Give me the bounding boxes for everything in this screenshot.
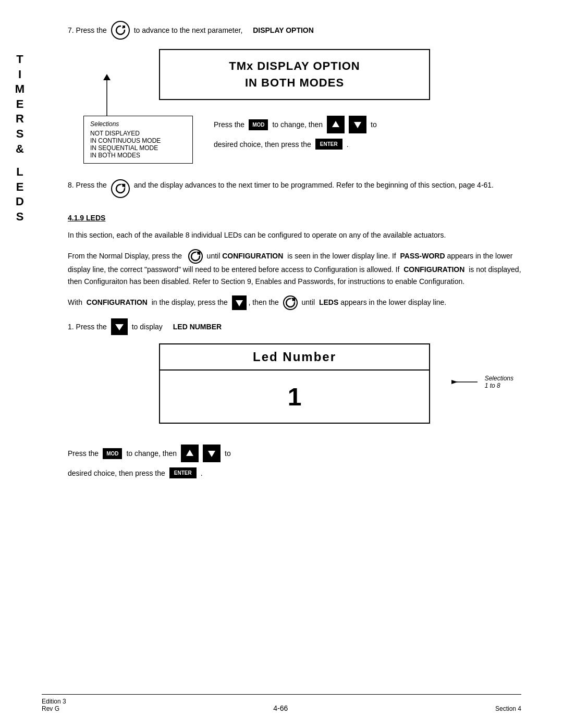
sidebar: T I M E R S & L E D S: [9, 52, 30, 225]
tmx-sel-item-1: NOT DISPLAYED: [90, 130, 186, 137]
step1-down-btn[interactable]: [111, 318, 128, 335]
para2-icon: [188, 249, 203, 264]
step7-row: 7. Press the to advance to the next para…: [68, 21, 521, 40]
step7-bold: DISPLAY OPTION: [253, 26, 314, 34]
tmx-sel-item-3: IN SEQUENTIAL MODE: [90, 144, 186, 152]
tmx-enter-button[interactable]: ENTER: [315, 139, 342, 150]
svg-marker-12: [208, 451, 215, 457]
svg-marker-10: [451, 380, 458, 384]
tmx-change-label: to change, then: [272, 120, 323, 129]
step8-row: 8. Press the and the display advances to…: [68, 179, 521, 198]
step1-suffix: to display: [132, 323, 163, 331]
tmx-sel-item-4: IN BOTH MODES: [90, 152, 186, 159]
svg-marker-8: [115, 324, 124, 330]
led-display-wrapper: Led Number 1 Selections 1 to 8: [159, 343, 430, 434]
step8-text: and the display advances to the next tim…: [134, 179, 494, 191]
tmx-down-button[interactable]: [349, 116, 366, 133]
tmx-selections-box: Selections NOT DISPLAYED IN CONTINUOUS M…: [83, 116, 193, 164]
tmx-controls-right: Press the MOD to change, then to desired…: [214, 116, 521, 150]
section-419-para3: With CONFIGURATION in the display, press…: [68, 295, 521, 310]
tmx-desired-label: desired choice, then press the: [214, 140, 311, 149]
step7-circular-icon: [111, 21, 130, 40]
led-sel-annotation: Selections 1 to 8: [485, 375, 513, 389]
step7-prefix: 7. Press the: [68, 26, 107, 34]
led-sel-range: 1 to 8: [485, 382, 513, 389]
tmx-to-label: to: [371, 120, 377, 129]
sidebar-letter-i: I: [18, 67, 21, 82]
step7-suffix: to advance to the next parameter,: [134, 26, 243, 34]
para3-icon: [283, 295, 298, 310]
led-change-label: to change, then: [126, 449, 177, 458]
step1-bold: LED NUMBER: [173, 323, 222, 331]
step1-prefix: 1. Press the: [68, 323, 107, 331]
tmx-sel-item-2: IN CONTINUOUS MODE: [90, 137, 186, 144]
footer: Edition 3 Rev G 4-66 Section 4: [42, 694, 521, 712]
para2-bold1: CONFIGURATION: [222, 252, 283, 260]
tmx-selections-label: Selections: [90, 120, 186, 128]
para2-mid: is seen in the lower display line. If: [287, 252, 396, 260]
footer-left: Edition 3 Rev G: [42, 698, 66, 712]
led-arrow-sel: Selections 1 to 8: [451, 375, 513, 389]
led-to-label: to: [225, 449, 231, 458]
tmx-mod-button[interactable]: MOD: [249, 119, 268, 130]
step1-row: 1. Press the to display LED NUMBER: [68, 318, 521, 335]
led-enter-button[interactable]: ENTER: [169, 467, 197, 478]
tmx-display-box: TMx DISPLAY OPTION IN BOTH MODES: [159, 49, 430, 100]
para3-bold2: LEDS: [319, 298, 338, 306]
section-419-para1: In this section, each of the available 8…: [68, 229, 521, 241]
sidebar-letter-l2: L: [16, 165, 23, 180]
svg-marker-11: [186, 450, 193, 456]
sidebar-letter-amp: &: [16, 142, 24, 157]
sidebar-letter-e: E: [16, 97, 24, 112]
svg-marker-3: [354, 122, 361, 128]
para3-end-c: appears in the lower display line.: [340, 298, 446, 306]
sidebar-letter-m: M: [15, 82, 25, 97]
tmx-up-button[interactable]: [327, 116, 345, 133]
led-display-title: Led Number: [160, 344, 429, 371]
step8-circular-icon: [111, 179, 130, 198]
svg-marker-1: [103, 74, 111, 80]
sidebar-letter-s2: S: [16, 209, 24, 225]
para3-end-a: , then the: [248, 298, 280, 306]
main-content: 7. Press the to advance to the next para…: [68, 21, 521, 478]
section-419-heading: 4.1.9 LEDS: [68, 214, 521, 222]
tmx-selections-left: Selections NOT DISPLAYED IN CONTINUOUS M…: [68, 116, 193, 164]
sidebar-letter-d2: D: [16, 194, 24, 209]
sidebar-letter-r: R: [16, 112, 24, 127]
section-419: 4.1.9 LEDS In this section, each of the …: [68, 214, 521, 478]
led-period: .: [201, 469, 203, 477]
footer-section: Section 4: [495, 705, 521, 712]
para3-down-btn[interactable]: [232, 295, 247, 310]
tmx-controls-row1: Press the MOD to change, then to: [214, 116, 521, 133]
para2-start: From the Normal Display, press the: [68, 252, 182, 260]
led-controls-area: Press the MOD to change, then to desired…: [68, 445, 521, 478]
footer-edition: Edition 3: [42, 698, 66, 705]
sidebar-letter-t: T: [16, 52, 23, 67]
footer-rev: Rev G: [42, 705, 66, 712]
led-display-value: 1: [160, 371, 429, 423]
led-up-button[interactable]: [181, 445, 199, 462]
para3-mid: in the display, press the: [150, 298, 230, 306]
led-arrow-line: [451, 377, 483, 387]
step8-prefix: 8. Press the: [68, 179, 107, 191]
led-controls-row2: desired choice, then press the ENTER .: [68, 467, 521, 478]
svg-marker-2: [332, 121, 339, 127]
para3-until: until: [300, 298, 317, 306]
led-number-section: Led Number 1 Selections 1 to 8: [68, 343, 521, 434]
para3-start: With: [68, 298, 84, 306]
para2-bold2: PASS-WORD: [400, 252, 445, 260]
led-mod-button[interactable]: MOD: [103, 448, 122, 459]
tmx-period: .: [347, 140, 349, 149]
led-display-box: Led Number 1: [159, 343, 430, 424]
tmx-press-label: Press the: [214, 120, 244, 129]
led-down-button[interactable]: [203, 445, 221, 462]
para3-bold: CONFIGURATION: [87, 298, 148, 306]
led-controls-row1: Press the MOD to change, then to: [68, 445, 521, 462]
para2-bold3: CONFIGURATION: [403, 265, 464, 274]
led-desired-label: desired choice, then press the: [68, 469, 165, 477]
sidebar-letter-e2: E: [16, 180, 24, 195]
page: T I M E R S & L E D S 7. Press the to ad…: [0, 0, 563, 728]
sidebar-letter-s: S: [16, 127, 24, 142]
tmx-display-title: TMx DISPLAY OPTION: [176, 59, 413, 73]
section-419-para2: From the Normal Display, press the until…: [68, 249, 521, 287]
